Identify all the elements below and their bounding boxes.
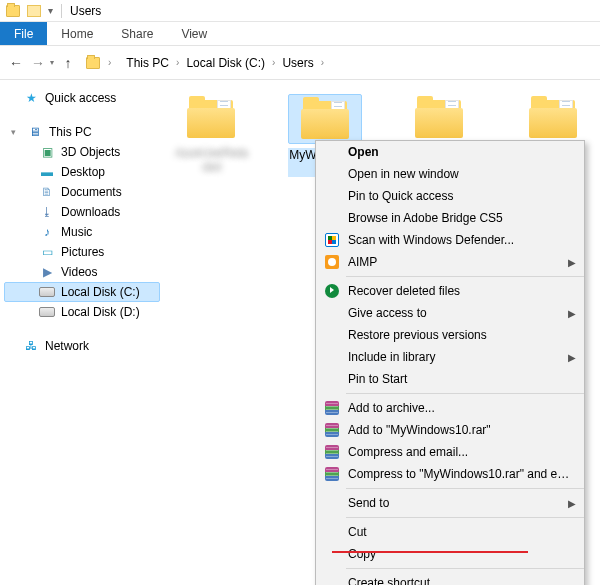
menu-label: Copy [342,547,576,561]
menu-label: Compress to "MyWindows10.rar" and email [342,467,576,481]
sidebar-item-label: This PC [49,125,92,139]
menu-label: Compress and email... [342,445,576,459]
submenu-arrow-icon: ▶ [564,308,576,319]
sidebar-item-documents[interactable]: 🗎 Documents [4,182,160,202]
folder-icon [415,98,463,138]
menu-item-compress-rar-email[interactable]: Compress to "MyWindows10.rar" and email [316,463,584,485]
breadcrumb-sep[interactable]: › [106,57,113,68]
menu-label: Scan with Windows Defender... [342,233,576,247]
sidebar-item-3d-objects[interactable]: ▣ 3D Objects [4,142,160,162]
breadcrumb-sep[interactable]: › [174,57,181,68]
sidebar-item-label: Local Disk (D:) [61,305,140,319]
cube-icon: ▣ [39,144,55,160]
menu-item-give-access[interactable]: Give access to▶ [316,302,584,324]
submenu-arrow-icon: ▶ [564,352,576,363]
menu-label: Open [342,145,576,159]
nav-up-button[interactable]: ↑ [60,55,76,71]
menu-item-restore-previous[interactable]: Restore previous versions [316,324,584,346]
sidebar-item-label: Quick access [45,91,116,105]
tab-view[interactable]: View [167,22,221,45]
menu-item-open[interactable]: Open [316,141,584,163]
sidebar-item-label: Documents [61,185,122,199]
nav-forward-button: → [30,55,46,71]
qat-icon[interactable] [27,5,41,17]
sidebar-item-local-disk-c[interactable]: Local Disk (C:) [4,282,160,302]
sidebar-item-label: Downloads [61,205,120,219]
folder-icon [301,99,349,139]
pictures-icon: ▭ [39,244,55,260]
aimp-icon [325,255,339,269]
sidebar-item-quick-access[interactable]: ★ Quick access [4,88,160,108]
ribbon: File Home Share View [0,22,600,46]
menu-item-scan-defender[interactable]: Scan with Windows Defender... [316,229,584,251]
menu-item-create-shortcut[interactable]: Create shortcut [316,572,584,585]
menu-item-pin-start[interactable]: Pin to Start [316,368,584,390]
sidebar-item-videos[interactable]: ▶ Videos [4,262,160,282]
folder-icon [187,98,235,138]
breadcrumb-sep[interactable]: › [270,57,277,68]
menu-label: Restore previous versions [342,328,576,342]
tab-file[interactable]: File [0,22,47,45]
menu-label: Send to [342,496,564,510]
breadcrumb-item-users[interactable]: Users [279,54,316,72]
breadcrumb-item-thispc[interactable]: This PC [123,54,172,72]
menu-item-aimp[interactable]: AIMP▶ [316,251,584,273]
breadcrumb-folder-icon [86,57,100,69]
sidebar: ★ Quick access ▾ 🖥 This PC ▣ 3D Objects … [0,80,164,585]
sidebar-item-label: Network [45,339,89,353]
menu-item-recover[interactable]: Recover deleted files [316,280,584,302]
rar-icon [325,445,339,459]
sidebar-item-desktop[interactable]: ▬ Desktop [4,162,160,182]
breadcrumb-sep[interactable]: › [319,57,326,68]
breadcrumb-item-c[interactable]: Local Disk (C:) [183,54,268,72]
sidebar-item-label: 3D Objects [61,145,120,159]
menu-item-copy[interactable]: Copy [316,543,584,565]
sidebar-item-music[interactable]: ♪ Music [4,222,160,242]
title-divider [61,4,62,18]
folder-item[interactable]: AzureUserRedacted [174,94,248,177]
sidebar-item-label: Pictures [61,245,104,259]
star-icon: ★ [23,90,39,106]
sidebar-item-local-disk-d[interactable]: Local Disk (D:) [4,302,160,322]
menu-label: Pin to Quick access [342,189,576,203]
nav-history-dropdown[interactable]: ▾ [50,58,54,67]
rar-icon [325,401,339,415]
menu-item-include-library[interactable]: Include in library▶ [316,346,584,368]
sidebar-item-this-pc[interactable]: ▾ 🖥 This PC [4,122,160,142]
menu-item-browse-bridge[interactable]: Browse in Adobe Bridge CS5 [316,207,584,229]
menu-item-pin-quick-access[interactable]: Pin to Quick access [316,185,584,207]
window-title: Users [70,4,101,18]
disk-icon [39,307,55,317]
menu-item-send-to[interactable]: Send to▶ [316,492,584,514]
menu-item-cut[interactable]: Cut [316,521,584,543]
menu-item-compress-email[interactable]: Compress and email... [316,441,584,463]
downloads-icon: ⭳ [39,204,55,220]
menu-item-add-archive[interactable]: Add to archive... [316,397,584,419]
arrow-up-icon: ↑ [65,55,72,71]
menu-item-add-rar[interactable]: Add to "MyWindows10.rar" [316,419,584,441]
menu-separator [346,488,584,489]
menu-label: Add to "MyWindows10.rar" [342,423,576,437]
arrow-right-icon: → [31,55,45,71]
tab-home[interactable]: Home [47,22,107,45]
sidebar-item-pictures[interactable]: ▭ Pictures [4,242,160,262]
menu-separator [346,393,584,394]
qat-dropdown-icon[interactable]: ▾ [48,5,53,16]
menu-label: Add to archive... [342,401,576,415]
sidebar-item-downloads[interactable]: ⭳ Downloads [4,202,160,222]
network-icon: 🖧 [23,338,39,354]
tab-share[interactable]: Share [107,22,167,45]
sidebar-item-network[interactable]: 🖧 Network [4,336,160,356]
menu-label: Recover deleted files [342,284,576,298]
context-menu: Open Open in new window Pin to Quick acc… [315,140,585,585]
documents-icon: 🗎 [39,184,55,200]
desktop-icon: ▬ [39,164,55,180]
app-folder-icon [6,5,20,17]
rar-icon [325,423,339,437]
nav-back-button[interactable]: ← [8,55,24,71]
menu-item-open-new-window[interactable]: Open in new window [316,163,584,185]
recover-icon [325,284,339,298]
rar-icon [325,467,339,481]
disk-icon [39,287,55,297]
arrow-left-icon: ← [9,55,23,71]
